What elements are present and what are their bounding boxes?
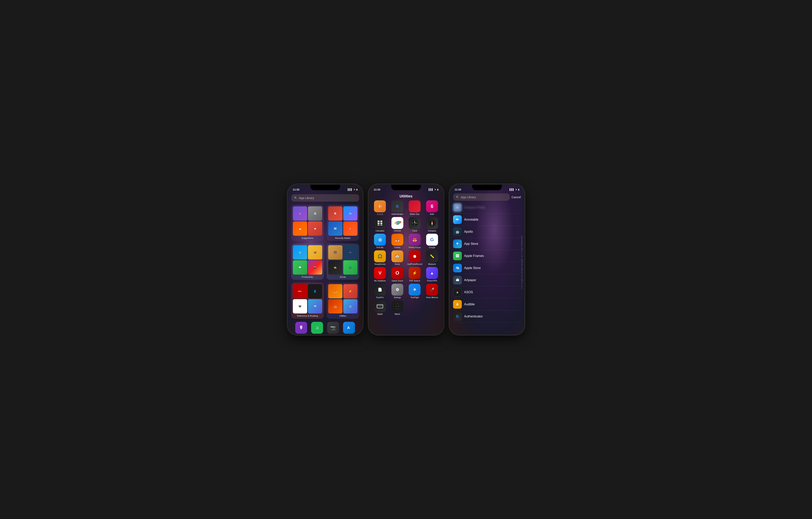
app-spotify[interactable]: ♫ xyxy=(310,322,324,334)
alpha-index[interactable]: A B C D E F G H I J K L M N O xyxy=(521,236,523,289)
artpaper-icon: 🏔 xyxy=(453,276,462,284)
app-watch[interactable]: Watch xyxy=(389,300,405,316)
bulb-label: Bulb xyxy=(430,213,434,215)
measure-label: Measure xyxy=(428,263,436,266)
app-clock[interactable]: Clock xyxy=(407,217,423,232)
suggestions-icon-1: ⟐ xyxy=(293,206,307,221)
list-item-authenticator[interactable]: G Authenticator xyxy=(453,310,521,323)
utilities-title: Utilities xyxy=(339,315,346,317)
annotable-label: Annotable xyxy=(464,218,478,221)
app-podcasts[interactable]: 🎙 xyxy=(294,322,308,334)
app-betterday[interactable]: Better Day xyxy=(407,200,423,215)
app-camera[interactable]: 📷 xyxy=(326,322,340,334)
app-testflight-bottom[interactable]: A● xyxy=(342,322,356,334)
category-recently-added[interactable]: B m W r Recently Added xyxy=(326,205,359,241)
list-item-annotable[interactable]: ✏ Annotable xyxy=(453,214,521,226)
asos-label: ASOS xyxy=(464,291,473,294)
app-jpr[interactable]: ⏺ JustPressRecord xyxy=(407,250,423,266)
category-utilities[interactable]: 🦊 ⚡ 🦊 ◎ Utilities xyxy=(326,282,359,319)
phone-2: 11:33 ▌▌▌ ≋ ▮ Utilities 14 xyxy=(369,184,444,335)
app-measure[interactable]: 📏 Measure xyxy=(424,250,440,266)
phone1-time: 11:32 xyxy=(293,188,299,191)
app-chrome[interactable]: Chrome xyxy=(389,217,405,232)
recently-icon-2: m xyxy=(343,206,357,221)
prod-icon-2: 🦋 xyxy=(308,245,322,260)
app-google[interactable]: G Google xyxy=(424,234,440,249)
wallet-icon xyxy=(374,300,386,312)
phone2-notch xyxy=(391,185,421,190)
svg-rect-25 xyxy=(377,306,379,306)
findmy-icon: ◎ xyxy=(374,234,386,246)
app-vodafone[interactable]: V My Vodafone xyxy=(372,267,388,282)
headphones-label: Headphones xyxy=(374,263,386,266)
app-voicememos[interactable]: 🎤 Voice Memos xyxy=(424,284,440,299)
app-scanpro[interactable]: 📄 ScanPro xyxy=(372,284,388,299)
app-findmy[interactable]: ◎ Find My xyxy=(372,234,388,249)
list-item-applestore[interactable]: 🛍 Apple Store xyxy=(453,262,521,274)
svg-rect-4 xyxy=(378,225,379,225)
category-social[interactable]: 🐻 </> ✍ 📹 Social xyxy=(326,244,359,280)
suggestions-title: Suggestions xyxy=(301,237,314,239)
svg-rect-2 xyxy=(378,223,379,224)
wallet-label: Wallet xyxy=(377,313,383,316)
app-wallet[interactable]: Wallet xyxy=(372,300,388,316)
list-item-asos[interactable]: a ASOS xyxy=(453,286,521,298)
app-home[interactable]: 🏠 Home xyxy=(389,250,405,266)
list-item-artpaper[interactable]: 🏔 Artpaper xyxy=(453,274,521,286)
app-testflight[interactable]: ✈ TestFlight xyxy=(407,284,423,299)
list-item-appleframes[interactable]: 🖼 Apple Frames xyxy=(453,250,521,262)
signal3-icon: ▌▌▌ xyxy=(510,188,514,191)
phone3-time: 11:33 xyxy=(455,188,461,191)
phone3-search-text: App Library xyxy=(461,195,476,199)
phone1-search-bar[interactable]: 🔍 App Library xyxy=(291,194,359,201)
app-firefox-focus[interactable]: 🦊 Firefox Focus xyxy=(407,234,423,249)
authenticator3-label: Authenticator xyxy=(464,315,483,318)
app-opera[interactable]: O Opera Touch xyxy=(389,267,405,282)
battery2-icon: ▮ xyxy=(437,188,438,191)
signal2-icon: ▌▌▌ xyxy=(429,188,433,191)
app-1111[interactable]: 14 1.1.1.1 xyxy=(372,200,388,215)
phone3-search-bar[interactable]: 🔍 App Library xyxy=(453,193,510,201)
svg-point-22 xyxy=(432,223,433,223)
category-reference[interactable]: BBC 👤 W 🗺 Reference & Reading xyxy=(291,282,324,319)
list-item-appstore[interactable]: App Store xyxy=(453,238,521,250)
social-title: Social xyxy=(340,276,346,278)
cancel-button[interactable]: Cancel xyxy=(512,195,521,199)
phone3-status-icons: ▌▌▌ ≋ ▮ xyxy=(510,188,519,191)
category-suggestions[interactable]: ⟐ ⚙ ☁ ★ Suggestions xyxy=(291,205,324,241)
watch-icon xyxy=(392,300,403,312)
category-productivity[interactable]: ◎ 🦋 💬 📷 Productivity xyxy=(291,244,324,280)
asos-icon: a xyxy=(453,288,462,297)
app-firefox[interactable]: 🦊 Firefox xyxy=(389,234,405,249)
apollo-label: Apollo xyxy=(464,230,473,234)
betterday-label: Better Day xyxy=(410,213,419,215)
list-item-audible[interactable]: A Audible xyxy=(453,298,521,310)
app-compass[interactable]: Compass xyxy=(424,217,440,232)
home-label: Home xyxy=(395,263,400,266)
list-item-blur[interactable]: A Amazon Prime xyxy=(453,201,521,214)
vodafone-label: My Vodafone xyxy=(374,280,386,282)
testflight-label: TestFlight xyxy=(410,296,419,299)
util-icon-1: 🦊 xyxy=(328,284,343,298)
svg-rect-27 xyxy=(380,306,382,306)
prod-icon-4: 📷 xyxy=(308,260,322,275)
app-authenticator[interactable]: G Authenticator xyxy=(389,200,405,215)
app-bulb[interactable]: 6 Bulb xyxy=(424,200,440,215)
compass-label: Compass xyxy=(428,230,436,232)
app-settings[interactable]: ⚙ Settings xyxy=(389,284,405,299)
applestore-icon: 🛍 xyxy=(453,264,462,272)
prod-icon-3: 💬 xyxy=(293,260,307,275)
list-item-apollo[interactable]: 🤖 Apollo xyxy=(453,226,521,238)
compass-icon xyxy=(426,217,438,229)
app-calculator[interactable]: Calculator xyxy=(372,217,388,232)
phone2-app-grid: 14 1.1.1.1 G Authenticator xyxy=(369,199,443,317)
app-1111-icon: 14 xyxy=(374,200,386,212)
pdfsearch-label: PDF Search xyxy=(409,280,420,282)
phone-1: 11:32 ▌▌▌ ≋ ▮ 🔍 App Library xyxy=(288,184,363,335)
reference-title: Reference & Reading xyxy=(297,315,318,317)
phone1-screen: 11:32 ▌▌▌ ≋ ▮ 🔍 App Library xyxy=(288,185,362,334)
app-pdfsearch[interactable]: ⚡ PDF Search xyxy=(407,267,423,282)
svg-rect-1 xyxy=(380,221,382,222)
app-protonvpn[interactable]: ▲ ProtonVPN xyxy=(424,267,440,282)
app-headphones[interactable]: 🎧 Headphones xyxy=(372,250,388,266)
